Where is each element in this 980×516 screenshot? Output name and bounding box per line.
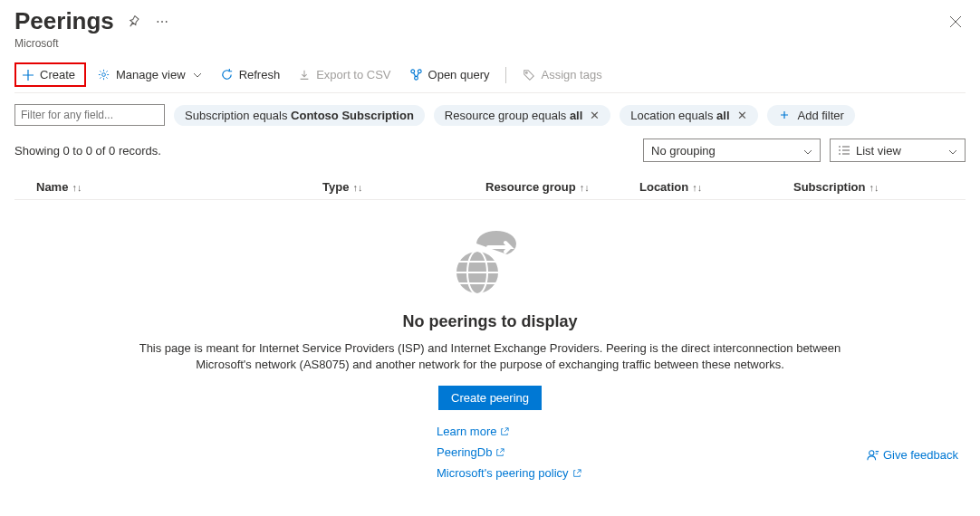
add-filter-button[interactable]: Add filter [767,105,855,126]
table-header: Name↑↓ Type↑↓ Resource group↑↓ Location↑… [14,175,966,200]
column-subscription[interactable]: Subscription↑↓ [793,180,966,194]
open-query-label: Open query [428,68,490,81]
column-resource-group[interactable]: Resource group↑↓ [485,180,639,194]
close-icon[interactable] [946,12,966,32]
toolbar-separator [505,67,506,83]
export-csv-button: Export to CSV [291,64,398,85]
sort-icon: ↑↓ [869,182,879,193]
external-link-icon [495,448,504,457]
sort-icon: ↑↓ [352,182,362,193]
filter-pill-resource-group[interactable]: Resource group equals all ✕ [434,105,611,126]
create-button[interactable]: Create [14,62,86,87]
svg-point-2 [418,70,421,73]
sort-icon: ↑↓ [580,182,590,193]
empty-state: No peerings to display This page is mean… [14,227,966,480]
refresh-label: Refresh [239,68,281,81]
column-location[interactable]: Location↑↓ [639,180,793,194]
external-link-icon [500,427,509,436]
filter-add-icon [778,109,791,121]
svg-point-3 [414,76,418,80]
more-icon[interactable]: ⋯ [152,11,174,33]
chevron-down-icon [948,144,957,158]
feedback-icon [867,449,879,462]
sort-icon: ↑↓ [72,182,82,193]
empty-description: This page is meant for Internet Service … [119,340,861,373]
svg-point-1 [410,70,414,73]
remove-filter-icon[interactable]: ✕ [590,109,600,122]
sort-icon: ↑↓ [692,182,702,193]
assign-tags-label: Assign tags [541,68,601,81]
records-count: Showing 0 to 0 of 0 records. [14,144,161,158]
manage-view-label: Manage view [116,68,186,81]
column-type[interactable]: Type↑↓ [322,180,485,194]
toolbar: Create Manage view Refresh Export to CSV… [14,62,966,93]
manage-view-button[interactable]: Manage view [90,64,209,85]
filter-input[interactable] [14,104,165,126]
remove-filter-icon[interactable]: ✕ [737,109,747,122]
filter-pill-subscription[interactable]: Subscription equals Contoso Subscription [174,105,425,126]
chevron-down-icon [193,72,202,78]
create-label: Create [40,68,75,81]
give-feedback-link[interactable]: Give feedback [867,448,958,462]
learn-more-link[interactable]: Learn more [437,425,509,438]
assign-tags-button: Assign tags [515,64,609,85]
chevron-down-icon [803,144,812,158]
peering-policy-link[interactable]: Microsoft's peering policy [437,466,581,480]
page-title: Peerings [14,7,114,35]
column-name[interactable]: Name↑↓ [14,180,322,194]
empty-title: No peerings to display [14,312,966,331]
view-select[interactable]: List view [830,139,966,162]
list-icon [838,145,850,156]
subtitle: Microsoft [14,37,966,50]
svg-point-0 [102,73,106,77]
pin-icon[interactable] [123,12,143,32]
filter-pill-location[interactable]: Location equals all ✕ [620,105,757,126]
empty-state-illustration [14,227,966,300]
svg-point-8 [870,450,874,454]
grouping-select[interactable]: No grouping [643,139,821,162]
external-link-icon [572,469,581,478]
svg-point-4 [526,72,528,73]
open-query-button[interactable]: Open query [402,64,497,85]
create-peering-button[interactable]: Create peering [438,386,542,410]
refresh-button[interactable]: Refresh [213,64,288,85]
peeringdb-link[interactable]: PeeringDb [437,445,504,459]
export-csv-label: Export to CSV [316,68,390,81]
